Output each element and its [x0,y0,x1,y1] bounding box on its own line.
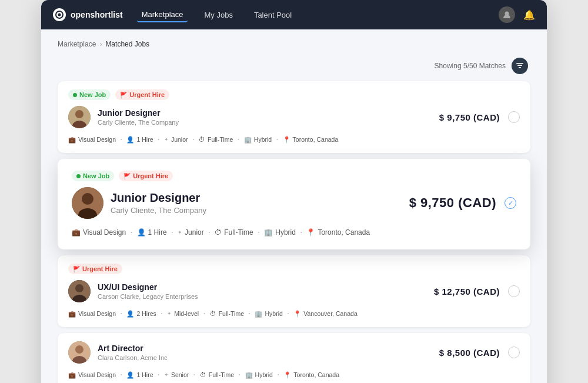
content-area: Marketplace › Matched Jobs Showing 5/50 … [41,29,547,383]
badge-urgent-3: 🚩 Urgent Hire [68,264,122,274]
brand-name: openshortlist [71,10,123,19]
tag-hy-3: 🏢 Hybrid [255,309,282,319]
tag-location-exp: 📍 Toronto, Canada [306,227,370,238]
breadcrumb-current: Matched Jobs [105,40,149,48]
navbar-right: 🔔 [499,6,535,23]
svg-rect-3 [516,63,523,64]
breadcrumb-separator: › [99,40,102,48]
notification-bell-icon[interactable]: 🔔 [523,9,535,21]
job-select-4[interactable] [508,347,520,358]
navbar: openshortlist Marketplace My Jobs Talent… [41,0,547,29]
tag-hybrid-1: 🏢 Hybrid [244,135,272,145]
badge-new-job: New Job [68,89,111,100]
tag-loc-3: 📍 Vancouver, Canada [293,309,357,319]
job-salary-4: $ 8,500 (CAD) [439,348,500,358]
job-tags-4: 💼 Visual Design · 👤 1 Hire · ✦ Senior · … [68,369,520,380]
job-tags-1: 💼 Visual Design · 👤 1 Hire · ✦ Junior · … [68,134,520,145]
job-title-section-3: UX/UI Designer Carson Clarke, Legacy Ent… [98,282,198,300]
avatar-3 [68,280,91,302]
job-tags-3: 💼 Visual Design · 👤 2 Hires · ✦ Mid-leve… [68,308,520,319]
nav-talent-pool[interactable]: Talent Pool [249,8,296,22]
job-title-expanded: Junior Designer [111,191,206,205]
tag-visual-design-1: 💼 Visual Design [68,135,116,145]
job-company-3: Carson Clarke, Legacy Enterprises [98,293,198,300]
job-top-3: UX/UI Designer Carson Clarke, Legacy Ent… [68,280,520,302]
badge-new-job-expanded: New Job [72,171,114,181]
tag-hire-exp: 👤 1 Hire [137,227,167,238]
breadcrumb-root[interactable]: Marketplace [58,40,96,48]
tag-loc-4: 📍 Toronto, Canada [283,370,339,380]
tag-fulltime-1: ⏱ Full-Time [199,135,233,144]
badges-row-expanded: New Job 🚩 Urgent Hire [72,171,516,181]
tag-vd-3: 💼 Visual Design [68,309,116,319]
nav-marketplace[interactable]: Marketplace [137,8,188,22]
job-select-3[interactable] [508,285,520,297]
job-title-3: UX/UI Designer [98,282,198,292]
salary-section-1: $ 9,750 (CAD) [439,111,520,123]
tag-hire-3: 👤 2 Hires [126,309,156,319]
job-company-expanded: Carly Cliente, The Company [111,206,206,215]
job-card-3[interactable]: 🚩 Urgent Hire [58,255,530,327]
tag-ft-3: ⏱ Full-Time [210,309,244,318]
job-company-4: Clara Carlson, Acme Inc [98,354,168,361]
tag-mid-3: ✦ Mid-level [167,309,199,318]
svg-point-1 [58,14,61,16]
tag-junior-exp: ✦ Junior [178,227,204,238]
job-select-1[interactable] [508,111,520,123]
tag-hy-4: 🏢 Hybrid [245,370,273,380]
svg-rect-4 [517,65,522,66]
job-select-expanded[interactable]: ✓ [505,197,516,209]
tag-hire-4: 👤 1 Hire [126,370,153,380]
job-info-3: UX/UI Designer Carson Clarke, Legacy Ent… [68,280,198,302]
nav-my-jobs[interactable]: My Jobs [199,8,237,22]
job-salary-1: $ 9,750 (CAD) [439,112,500,122]
job-title-section-4: Art Director Clara Carlson, Acme Inc [98,344,168,361]
tag-hybrid-exp: 🏢 Hybrid [264,227,296,238]
tag-junior-1: ✦ Junior [164,135,188,144]
svg-point-10 [82,193,93,205]
salary-section-3: $ 12,750 (CAD) [434,285,520,297]
job-card-1[interactable]: New Job 🚩 Urgent Hire [58,81,530,153]
svg-point-7 [75,110,83,118]
brand-logo [53,8,66,21]
tag-fulltime-exp: ⏱ Full-Time [215,227,253,238]
job-info-4: Art Director Clara Carlson, Acme Inc [68,341,168,364]
tag-visual-design-exp: 💼 Visual Design [72,227,126,238]
svg-point-13 [75,284,83,292]
salary-section-4: $ 8,500 (CAD) [439,347,520,358]
job-title-4: Art Director [98,344,168,353]
job-card-2-expanded[interactable]: New Job 🚩 Urgent Hire [58,159,530,249]
filter-button[interactable] [512,58,528,74]
job-top: Junior Designer Carly Cliente, The Compa… [68,106,520,128]
badge-urgent-hire-expanded: 🚩 Urgent Hire [119,171,173,181]
job-company-1: Carly Cliente, The Company [98,119,179,126]
badges-row-3: 🚩 Urgent Hire [68,264,520,274]
matches-count: Showing 5/50 Matches [435,62,506,70]
svg-point-16 [75,345,83,354]
user-avatar-icon[interactable] [499,6,515,23]
jobs-list: New Job 🚩 Urgent Hire [58,81,530,383]
avatar-2 [72,187,103,219]
job-tags-expanded: 💼 Visual Design · 👤 1 Hire · ✦ Junior · … [72,227,516,238]
job-salary-expanded: $ 9,750 (CAD) [409,195,496,211]
brand: openshortlist [53,8,123,21]
job-top-4: Art Director Clara Carlson, Acme Inc $ 8… [68,341,520,364]
job-top-expanded: Junior Designer Carly Cliente, The Compa… [72,187,516,219]
nav-links: Marketplace My Jobs Talent Pool [137,8,485,22]
tag-vd-4: 💼 Visual Design [68,370,116,380]
job-info: Junior Designer Carly Cliente, The Compa… [68,106,179,128]
job-salary-3: $ 12,750 (CAD) [434,287,500,297]
job-title-section-expanded: Junior Designer Carly Cliente, The Compa… [111,191,206,215]
job-info-expanded: Junior Designer Carly Cliente, The Compa… [72,187,206,219]
tag-location-1: 📍 Toronto, Canada [283,135,339,145]
job-card-4[interactable]: Art Director Clara Carlson, Acme Inc $ 8… [58,333,530,383]
browser-window: openshortlist Marketplace My Jobs Talent… [41,0,547,383]
job-title-1: Junior Designer [98,108,179,118]
tag-senior-4: ✦ Senior [164,370,189,379]
matches-header: Showing 5/50 Matches [58,58,530,74]
badge-urgent-hire: 🚩 Urgent Hire [115,89,169,100]
green-dot [73,93,77,97]
avatar-1 [68,106,91,128]
tag-hire-1: 👤 1 Hire [126,135,153,145]
green-dot-expanded [76,174,81,178]
